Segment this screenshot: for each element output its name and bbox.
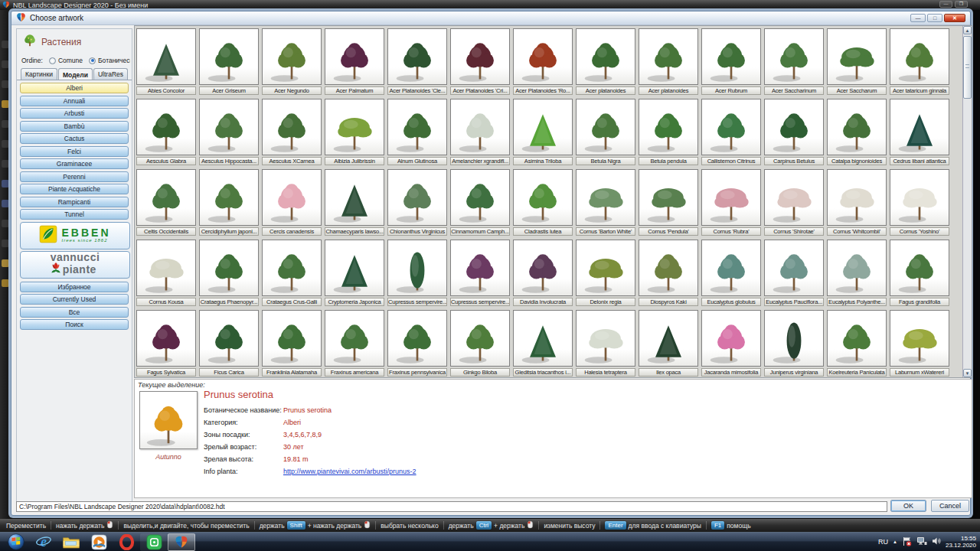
recorder-app-icon[interactable] [140, 533, 168, 551]
artwork-thumbnail[interactable]: Betula Nigra [576, 99, 635, 169]
artwork-thumbnail[interactable]: Asimina Triloba [513, 99, 573, 169]
category-piante-acquatiche[interactable]: Piante Acquatiche [20, 184, 129, 194]
artwork-thumbnail[interactable]: Ilex opaca [639, 310, 698, 380]
artwork-thumbnail[interactable]: Fraxinus americana [325, 310, 384, 380]
sidebar-button-поиск[interactable]: Поиск [20, 319, 129, 330]
file-explorer-icon[interactable] [57, 533, 85, 551]
sidebar-button-все[interactable]: Все [20, 307, 129, 318]
scroll-up-arrow[interactable]: ▲ [963, 26, 972, 34]
grid-scrollbar[interactable]: ▲ ▼ [962, 26, 972, 377]
artwork-thumbnail[interactable]: Cedrus libani atlantica [890, 99, 949, 169]
ordine-radio-ботаническ[interactable]: Ботаническ [89, 57, 130, 64]
artwork-thumbnail[interactable]: Cornus 'Pendula' [639, 169, 698, 240]
artwork-thumbnail[interactable]: Cercis canadensis [262, 169, 322, 240]
artwork-thumbnail[interactable]: Acer Platanoides 'Ro... [513, 28, 573, 99]
category-annuali[interactable]: Annuali [20, 96, 129, 106]
category-bambù[interactable]: Bambù [20, 121, 129, 132]
artwork-thumbnail[interactable]: Cupressus sempervire... [450, 240, 510, 310]
category-graminacee[interactable]: Graminacee [20, 158, 129, 169]
artwork-thumbnail[interactable]: Carpinus Betulus [764, 99, 824, 169]
artwork-thumbnail[interactable]: Davidia Involucrata [513, 240, 573, 310]
artwork-thumbnail[interactable]: Acer Platanoides 'Cle... [387, 28, 447, 99]
sidebar-button-currently-used[interactable]: Currently Used [20, 294, 129, 305]
artwork-thumbnail[interactable]: Acer platanoides [639, 28, 698, 99]
artwork-thumbnail[interactable]: Albizia Julibrissin [325, 99, 384, 169]
artwork-thumbnail[interactable]: Laburnum xWatereri [890, 310, 949, 380]
artwork-thumbnail[interactable]: Koelreuteria Paniculata [827, 310, 887, 380]
artwork-thumbnail[interactable]: Alnum Glutinosa [387, 99, 447, 169]
artwork-thumbnail[interactable]: Abies Concolor [136, 28, 196, 99]
artwork-thumbnail[interactable]: Acer Saccharinum [764, 28, 824, 99]
artwork-thumbnail[interactable]: Jacaranda mimosifolia [701, 310, 761, 380]
artwork-thumbnail[interactable]: Callistemon Citrinus [701, 99, 761, 169]
artwork-thumbnail[interactable]: Celtis Occidentalis [136, 169, 196, 240]
category-rampicanti[interactable]: Rampicanti [20, 197, 129, 207]
category-arbusti[interactable]: Arbusti [20, 108, 129, 119]
action-center-flag-icon[interactable] [902, 536, 912, 548]
category-tunnel[interactable]: Tunnel [20, 209, 129, 220]
artwork-thumbnail[interactable]: Fagus Sylvatica [136, 310, 196, 380]
ordine-radio-comune[interactable]: Comune [49, 57, 83, 64]
category-cactus[interactable]: Cactus [20, 133, 129, 144]
artwork-thumbnail[interactable]: Diospyros Kaki [639, 240, 698, 310]
artwork-thumbnail[interactable]: Delonix regia [576, 240, 635, 310]
dialog-minimize-button[interactable]: — [910, 14, 926, 22]
artwork-thumbnail[interactable]: Franklinia Alatamaha [262, 310, 322, 380]
artwork-thumbnail[interactable]: Cornus Kousa [136, 240, 196, 310]
artwork-thumbnail[interactable]: Chamaecyparis lawso... [325, 169, 384, 240]
vendor-ebben-button[interactable]: EBBEN trees since 1862 [20, 222, 130, 249]
opera-icon[interactable] [113, 533, 140, 551]
artwork-thumbnail[interactable]: Gleditsia triacanthos i... [513, 310, 573, 380]
artwork-thumbnail[interactable]: Acer Platanoides 'Cri... [450, 28, 510, 99]
sidebar-button-избранное[interactable]: Избранное [20, 282, 129, 292]
artwork-thumbnail[interactable]: Acer tataricum ginnala [890, 28, 949, 99]
artwork-thumbnail[interactable]: Acer Palmatum [325, 28, 384, 99]
scrollbar-thumb[interactable] [963, 36, 972, 99]
internet-explorer-icon[interactable]: e [30, 533, 57, 551]
artwork-thumbnail[interactable]: Cercidiphyllum japoni... [199, 169, 259, 240]
media-player-icon[interactable] [85, 533, 113, 551]
network-icon[interactable] [916, 536, 927, 547]
artwork-thumbnail[interactable]: Cryptomeria Japonica [325, 240, 384, 310]
artwork-thumbnail[interactable]: Halesia tetraptera [576, 310, 635, 380]
artwork-thumbnail[interactable]: Crataegus Phaenopyr... [199, 240, 259, 310]
artwork-thumbnail[interactable]: Acer Negundo [262, 28, 322, 99]
nbl-app-icon[interactable] [168, 533, 195, 551]
artwork-thumbnail[interactable]: Aesculus Hippocasta... [199, 99, 259, 169]
artwork-thumbnail[interactable]: Acer Rubrum [701, 28, 761, 99]
artwork-thumbnail[interactable]: Ginkgo Biloba [450, 310, 510, 380]
artwork-thumbnail[interactable]: Cornus 'Yoshino' [890, 169, 949, 240]
language-indicator[interactable]: RU [878, 538, 888, 546]
artwork-thumbnail[interactable]: Acer platanoides [576, 28, 635, 99]
cancel-button[interactable]: Cancel [931, 500, 969, 512]
tab-картинки[interactable]: Картинки [21, 68, 57, 80]
vendor-vannucci-button[interactable]: vannucci piante [20, 251, 130, 279]
file-path-field[interactable]: C:\Program Files\NBL Landscape Designer … [16, 501, 887, 512]
artwork-thumbnail[interactable]: Cornus 'Rubra' [701, 169, 761, 240]
artwork-thumbnail[interactable]: Acer Griseum [199, 28, 259, 99]
category-alberi[interactable]: Alberi [20, 83, 129, 93]
category-perenni[interactable]: Perenni [20, 171, 129, 182]
artwork-thumbnail[interactable]: Betula pendula [639, 99, 698, 169]
scroll-down-arrow[interactable]: ▼ [963, 369, 972, 377]
minimize-button[interactable]: — [939, 1, 952, 8]
dialog-maximize-button[interactable]: □ [927, 14, 942, 22]
tab-ultrares[interactable]: UltraRes [93, 68, 128, 80]
tray-expand-icon[interactable]: ▲ [893, 540, 897, 544]
ok-button[interactable]: OK [890, 500, 926, 512]
artwork-thumbnail[interactable]: Chionanthus Virginicus [387, 169, 447, 240]
artwork-thumbnail[interactable]: Catalpa bignonioides [827, 99, 887, 169]
artwork-thumbnail[interactable]: Cladrastis lutea [513, 169, 573, 240]
artwork-thumbnail[interactable]: Cinnamomum Camph... [450, 169, 510, 240]
start-button[interactable] [2, 533, 30, 551]
artwork-thumbnail[interactable]: Juniperus virginiana [764, 310, 824, 380]
restore-button[interactable]: ❐ [955, 1, 968, 8]
artwork-thumbnail[interactable]: Cornus 'Whitcombii' [827, 169, 887, 240]
artwork-thumbnail[interactable]: Ficus Carica [199, 310, 259, 380]
tab-модели[interactable]: Модели [58, 68, 93, 80]
info-planta-link[interactable]: http://www.piantevivai.com/arbusti/prunu… [283, 468, 416, 475]
artwork-thumbnail[interactable]: Fagus grandifolia [890, 240, 949, 310]
dialog-close-button[interactable]: ✕ [944, 14, 965, 22]
artwork-thumbnail[interactable]: Cupressus sempervire... [387, 240, 447, 310]
category-felci[interactable]: Felci [20, 146, 129, 157]
